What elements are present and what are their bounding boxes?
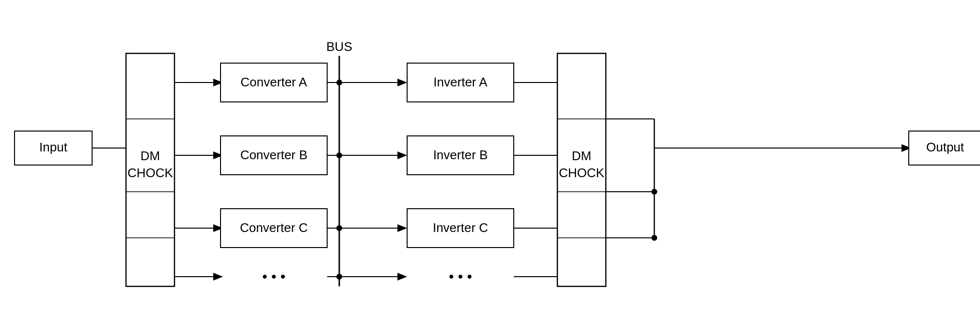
svg-point-60 bbox=[651, 189, 657, 195]
svg-point-61 bbox=[651, 235, 657, 241]
svg-text:CHOCK: CHOCK bbox=[559, 166, 605, 180]
svg-text:BUS: BUS bbox=[326, 39, 352, 54]
svg-text:Output: Output bbox=[926, 140, 964, 154]
svg-point-33 bbox=[336, 225, 342, 231]
svg-text:Converter B: Converter B bbox=[240, 148, 308, 162]
svg-point-27 bbox=[336, 80, 342, 85]
block-diagram-svg: Input DM CHOCK Converter A bbox=[0, 0, 980, 332]
svg-point-30 bbox=[336, 152, 342, 158]
svg-text:• • •: • • • bbox=[449, 268, 472, 284]
diagram: Input DM CHOCK Converter A bbox=[0, 0, 980, 332]
svg-text:Inverter B: Inverter B bbox=[433, 148, 488, 162]
svg-text:DM: DM bbox=[572, 149, 591, 163]
svg-text:Inverter C: Inverter C bbox=[433, 220, 488, 235]
svg-text:Input: Input bbox=[39, 140, 68, 154]
svg-text:Inverter A: Inverter A bbox=[433, 75, 488, 89]
svg-text:DM: DM bbox=[141, 149, 160, 163]
svg-text:CHOCK: CHOCK bbox=[127, 166, 174, 180]
svg-text:Converter C: Converter C bbox=[240, 220, 308, 235]
svg-text:Converter A: Converter A bbox=[240, 75, 307, 89]
svg-point-36 bbox=[336, 274, 342, 280]
svg-text:• • •: • • • bbox=[262, 268, 285, 284]
